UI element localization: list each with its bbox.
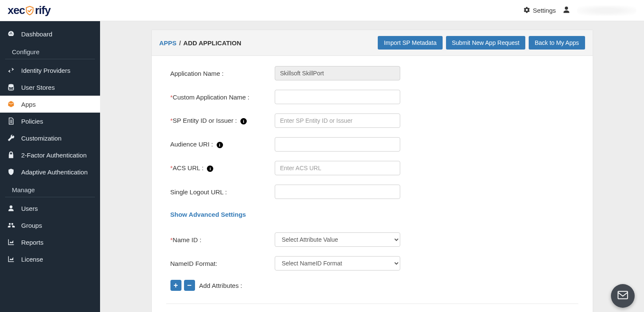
label-sp-entity: *SP Entity ID or Issuer : i — [170, 117, 275, 124]
user-icon — [7, 204, 15, 213]
lock-icon — [7, 151, 15, 159]
sidebar-item-label: License — [21, 256, 43, 263]
wrench-icon — [7, 134, 15, 142]
sidebar-item-groups[interactable]: Groups — [0, 217, 100, 234]
sidebar-item-label: Customization — [21, 135, 61, 142]
mail-icon — [616, 289, 629, 303]
sidebar-item-label: 2-Factor Authentication — [21, 152, 86, 159]
logo-text-1: xec — [8, 4, 25, 17]
logo[interactable]: xec rify — [8, 4, 50, 17]
acs-url-field[interactable] — [275, 161, 400, 175]
sidebar-item-adaptive-auth[interactable]: Adaptive Authentication — [0, 163, 100, 180]
panel-body: Application Name : *Custom Application N… — [152, 56, 593, 312]
back-to-my-apps-button[interactable]: Back to My Apps — [529, 36, 585, 50]
sidebar-item-label: Reports — [21, 239, 44, 246]
row-sp-entity: *SP Entity ID or Issuer : i — [170, 113, 574, 128]
header-buttons: Import SP Metadata Submit New App Reques… — [378, 36, 585, 50]
sidebar-item-label: Dashboard — [21, 30, 52, 38]
row-audience: Audience URI : i — [170, 137, 574, 152]
single-logout-url-field[interactable] — [275, 185, 400, 199]
sidebar-item-apps[interactable]: Apps — [0, 96, 100, 113]
shield-icon — [7, 168, 15, 176]
user-icon[interactable] — [563, 6, 570, 15]
divider — [166, 304, 578, 304]
sidebar-item-label: Identity Providers — [21, 67, 70, 74]
label-nameid: *Name ID : — [170, 236, 275, 243]
audience-uri-field[interactable] — [275, 137, 400, 152]
group-icon — [7, 221, 15, 229]
page-title: ADD APPLICATION — [183, 39, 241, 47]
label-application-name: Application Name : — [170, 70, 275, 77]
info-icon[interactable]: i — [240, 118, 247, 124]
chart-area-icon — [7, 238, 15, 246]
sidebar-item-user-stores[interactable]: User Stores — [0, 79, 100, 96]
database-icon — [7, 83, 15, 91]
sidebar-item-label: Users — [21, 205, 38, 212]
row-nameid: *Name ID : Select Attribute Value — [170, 232, 574, 247]
sidebar-item-label: Adaptive Authentication — [21, 168, 88, 176]
breadcrumb-apps-link[interactable]: APPS — [159, 39, 177, 47]
content-area: APPS / ADD APPLICATION Import SP Metadat… — [100, 21, 644, 312]
row-slo: Single Logout URL : — [170, 185, 574, 199]
sidebar-item-label: Apps — [21, 101, 36, 108]
dashboard-icon — [7, 30, 15, 38]
shield-check-icon — [25, 6, 35, 16]
sidebar: Dashboard Configure Identity Providers U… — [0, 21, 100, 312]
nameid-select[interactable]: Select Attribute Value — [275, 232, 400, 247]
sidebar-item-identity-providers[interactable]: Identity Providers — [0, 62, 100, 79]
label-nameid-format: NameID Format: — [170, 260, 275, 267]
sidebar-item-policies[interactable]: Policies — [0, 113, 100, 130]
sidebar-section-configure: Configure — [5, 44, 95, 59]
contact-fab[interactable] — [611, 284, 635, 308]
remove-attribute-button[interactable]: − — [184, 280, 195, 291]
sidebar-section-manage: Manage — [5, 182, 95, 197]
sidebar-item-users[interactable]: Users — [0, 200, 100, 217]
settings-link[interactable]: Settings — [523, 6, 556, 15]
sidebar-item-label: Policies — [21, 118, 43, 125]
custom-application-name-field[interactable] — [275, 90, 400, 104]
add-attribute-button[interactable]: + — [170, 280, 181, 291]
row-acs-url: *ACS URL : i — [170, 161, 574, 175]
sp-entity-id-field[interactable] — [275, 113, 400, 128]
logo-text-2: rify — [35, 4, 50, 17]
row-nameid-format: NameID Format: Select NameID Format — [170, 256, 574, 271]
topbar: xec rify Settings — [0, 0, 644, 21]
exchange-icon — [7, 66, 15, 75]
box-icon — [7, 100, 15, 108]
breadcrumb: APPS / ADD APPLICATION — [159, 39, 242, 47]
row-custom-name: *Custom Application Name : — [170, 90, 574, 104]
sidebar-item-license[interactable]: License — [0, 251, 100, 268]
svg-rect-1 — [618, 291, 628, 299]
add-attributes-row: + − Add Attributes : — [170, 280, 574, 291]
submit-new-app-request-button[interactable]: Submit New App Request — [446, 36, 526, 50]
sidebar-item-customization[interactable]: Customization — [0, 130, 100, 146]
label-acs-url: *ACS URL : i — [170, 164, 275, 172]
user-name-redacted — [577, 6, 636, 16]
panel-header: APPS / ADD APPLICATION Import SP Metadat… — [152, 30, 593, 56]
sidebar-item-reports[interactable]: Reports — [0, 234, 100, 251]
show-advanced-settings-link[interactable]: Show Advanced Settings — [170, 211, 246, 218]
import-sp-metadata-button[interactable]: Import SP Metadata — [378, 36, 442, 50]
application-name-field — [275, 66, 400, 80]
row-application-name: Application Name : — [170, 66, 574, 80]
chart-area-icon — [7, 255, 15, 263]
sidebar-item-2fa[interactable]: 2-Factor Authentication — [0, 146, 100, 163]
info-icon[interactable]: i — [217, 142, 223, 148]
info-icon[interactable]: i — [207, 166, 213, 172]
topbar-right: Settings — [523, 6, 636, 16]
label-slo: Single Logout URL : — [170, 188, 275, 196]
breadcrumb-separator: / — [178, 39, 182, 47]
main-panel: APPS / ADD APPLICATION Import SP Metadat… — [151, 30, 593, 312]
nameid-format-select[interactable]: Select NameID Format — [275, 256, 400, 271]
label-audience: Audience URI : i — [170, 141, 275, 148]
sidebar-item-label: Groups — [21, 222, 42, 229]
sidebar-item-dashboard[interactable]: Dashboard — [0, 25, 100, 42]
add-attributes-label: Add Attributes : — [199, 282, 243, 289]
settings-label: Settings — [533, 7, 556, 14]
sidebar-item-label: User Stores — [21, 84, 55, 91]
document-icon — [7, 117, 15, 125]
label-custom-name: *Custom Application Name : — [170, 94, 275, 101]
gear-icon — [523, 6, 530, 15]
